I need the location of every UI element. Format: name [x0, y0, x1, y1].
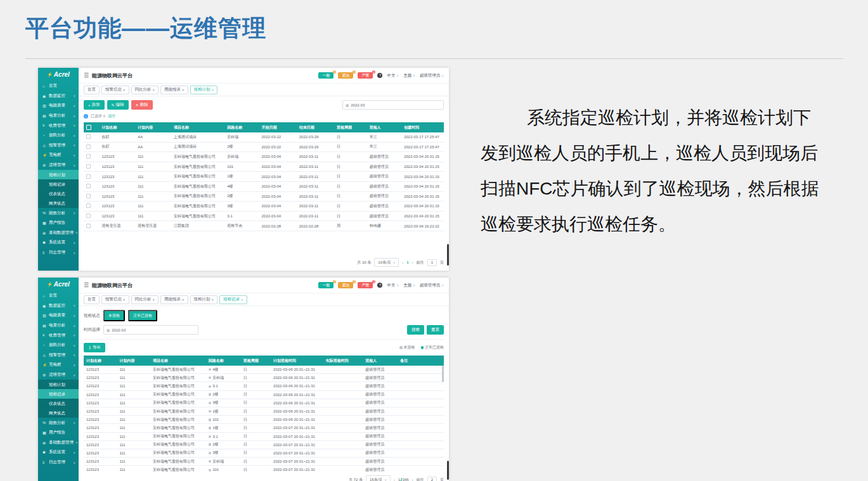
row-checkbox[interactable] — [86, 144, 91, 149]
sidebar-item-user-report[interactable]: ▦用户报告 — [38, 218, 79, 228]
sidebar-item-charging-pile[interactable]: ⚡充电桩∨ — [38, 360, 79, 370]
filter-inspected-button[interactable]: 正常已巡检 — [128, 310, 157, 321]
tab-报警信息[interactable]: 报警信息× — [101, 295, 129, 304]
alarm-badge-urgent[interactable]: 紧急0 — [338, 72, 353, 79]
scrollbar[interactable] — [447, 461, 449, 480]
sidebar-item-energy-analysis[interactable]: ▤电量分析∨ — [38, 321, 79, 331]
next-page-button[interactable]: › — [412, 478, 413, 481]
table-row[interactable]: 123123111安科瑞电气股份有限公司2楼日2022-03-07 20:31~… — [84, 440, 444, 449]
close-icon[interactable]: × — [212, 298, 214, 302]
next-page-button[interactable]: › — [412, 260, 413, 264]
month-picker[interactable]: ▦ 2022-03 — [342, 100, 444, 110]
user-dropdown[interactable]: 超级管理员∨ — [420, 73, 444, 79]
table-row[interactable]: 123123111安科瑞电气股份有限公司1楼日2022-03-07 20:31~… — [84, 424, 444, 432]
sidebar-subitem[interactable]: 巡检计划 — [38, 170, 79, 179]
goto-page-input[interactable]: 2 — [427, 477, 437, 481]
row-checkbox[interactable] — [86, 154, 91, 158]
search-button[interactable]: 搜索 — [407, 325, 424, 335]
sidebar-item-power-quality[interactable]: ▥电能质量∨ — [38, 311, 79, 321]
close-icon[interactable]: × — [241, 298, 243, 302]
theme-dropdown[interactable]: 主题∨ — [403, 73, 415, 79]
sidebar-subitem[interactable]: 仪表状态 — [38, 399, 79, 408]
user-dropdown[interactable]: 超级管理员∨ — [420, 283, 444, 288]
table-row[interactable]: 你好AA上海测试项目安科瑞2022-03-222022-03-29日常江2022… — [84, 132, 444, 142]
tab-用能报表[interactable]: 用能报表× — [160, 86, 188, 94]
table-row[interactable]: 123123111安科瑞电气股份有限公司4楼2022-03-042022-03-… — [84, 181, 444, 191]
sidebar-item-om-management[interactable]: ⚙运维管理∨ — [38, 370, 79, 380]
row-checkbox[interactable] — [86, 214, 91, 218]
table-row[interactable]: 123123111安科瑞电气股份有限公司3楼日2022-03-07 20:31~… — [84, 449, 444, 457]
table-row[interactable]: 123123111安科瑞电气股份有限公司安科瑞日2022-03-07 20:31… — [84, 458, 444, 466]
sidebar-subitem[interactable]: 仪表状态 — [38, 189, 79, 198]
reset-button[interactable]: 重置 — [427, 325, 444, 335]
sidebar-item-home[interactable]: ⌂首页 — [38, 81, 79, 91]
sidebar-item-charging-pile[interactable]: ⚡充电桩∨ — [38, 150, 79, 160]
sidebar-subitem[interactable]: 巡检记录 — [38, 389, 79, 399]
edit-button[interactable]: ✎编辑 — [107, 100, 129, 110]
page-number-5[interactable]: 5 — [406, 478, 408, 481]
sidebar-item-data-monitor[interactable]: ◉数据监控∨ — [38, 301, 79, 311]
table-row[interactable]: 123123111安科瑞电气股份有限公司3-1日2022-03-06 20:31… — [84, 382, 444, 390]
alarm-badge-severe[interactable]: 严重1 — [358, 282, 373, 288]
alarm-badge-urgent[interactable]: 紧急0 — [338, 282, 353, 288]
sidebar-item-system-settings[interactable]: ✱系统设置∨ — [38, 238, 79, 248]
sidebar-item-om-management[interactable]: ⚙运维管理∨ — [38, 160, 79, 170]
sidebar-subitem[interactable]: 网关状态 — [38, 198, 79, 208]
tab-巡检计划[interactable]: 巡检计划× — [190, 86, 218, 94]
sidebar-item-fee-management[interactable]: ¥收费管理∨ — [38, 120, 79, 131]
row-checkbox[interactable] — [86, 184, 91, 188]
goto-page-input[interactable]: 1 — [427, 259, 437, 266]
table-row[interactable]: 123123111安科瑞电气股份有限公司安科瑞2022-03-042022-03… — [84, 152, 444, 162]
sidebar-subitem[interactable]: 巡检记录 — [38, 179, 79, 189]
sidebar-item-power-quality[interactable]: ▥电能质量∨ — [38, 101, 79, 111]
table-row[interactable]: 123123111安科瑞电气股份有限公司3-12022-03-042022-03… — [84, 211, 444, 221]
table-row[interactable]: 123123111安科瑞电气股份有限公司2楼日2022-03-06 20:31~… — [84, 390, 444, 399]
alarm-badge-general[interactable]: 一般0 — [318, 282, 334, 288]
sidebar-item-efficiency-analysis[interactable]: %能效分析∨ — [38, 208, 79, 218]
hamburger-icon[interactable]: ☰ — [84, 72, 89, 79]
close-icon[interactable]: × — [123, 298, 126, 302]
close-icon[interactable]: × — [123, 88, 126, 92]
close-icon[interactable]: × — [212, 88, 214, 92]
row-checkbox[interactable] — [86, 203, 91, 208]
sidebar-item-alarm-management[interactable]: ⚠报警管理∨ — [38, 350, 79, 361]
close-icon[interactable]: × — [153, 298, 155, 302]
language-dropdown[interactable]: 中文∨ — [387, 283, 399, 288]
table-row[interactable]: 123123111安科瑞电气股份有限公司2楼2022-03-042022-03-… — [84, 191, 444, 202]
prev-page-button[interactable]: ‹ — [402, 260, 403, 264]
theme-dropdown[interactable]: 主题∨ — [403, 283, 415, 288]
alarm-badge-severe[interactable]: 严重1 — [358, 72, 373, 79]
export-button[interactable]: ↧导出 — [84, 343, 105, 352]
sidebar-item-fee-management[interactable]: ¥收费管理∨ — [38, 330, 79, 340]
close-icon[interactable]: × — [182, 88, 185, 92]
page-size-select[interactable]: 15条/页∨ — [366, 475, 391, 481]
hamburger-icon[interactable]: ☰ — [84, 282, 89, 288]
table-row[interactable]: 123123111安科瑞电气股份有限公司1012022-03-042022-03… — [84, 162, 444, 172]
row-checkbox[interactable] — [86, 174, 91, 179]
tab-同比分析[interactable]: 同比分析× — [131, 86, 159, 94]
sidebar-item-log-management[interactable]: ≡日志管理∨ — [38, 248, 79, 258]
month-picker[interactable]: ▦ 2022-03 — [103, 325, 198, 335]
sidebar-item-efficiency-analysis[interactable]: %能效分析∨ — [38, 418, 79, 428]
tab-同比分析[interactable]: 同比分析× — [131, 295, 159, 304]
table-row[interactable]: 123123111安科瑞电气股份有限公司101日2022-03-06 20:31… — [84, 416, 444, 424]
table-row[interactable]: 123123111安科瑞电气股份有限公司3楼2022-03-042022-03-… — [84, 202, 444, 212]
table-row[interactable]: 123123111安科瑞电气股份有限公司101日2022-03-07 20:31… — [84, 466, 444, 471]
tab-报警信息[interactable]: 报警信息× — [101, 86, 129, 94]
page-size-select[interactable]: 10条/页∨ — [374, 258, 399, 267]
close-icon[interactable]: × — [182, 298, 185, 302]
sidebar-item-loss-analysis[interactable]: ◔损耗分析∨ — [38, 340, 79, 350]
table-row[interactable]: 123123111安科瑞电气股份有限公司安科瑞日2022-03-06 20:31… — [84, 374, 444, 382]
scrollbar[interactable] — [447, 244, 449, 266]
tab-首页[interactable]: 首页 — [84, 295, 100, 304]
table-row[interactable]: 123123111安科瑞电气股份有限公司1楼日2022-03-06 20:31~… — [84, 407, 444, 415]
row-checkbox[interactable] — [86, 194, 91, 198]
sidebar-item-log-management[interactable]: ≡日志管理∨ — [38, 458, 79, 468]
sidebar-item-base-data[interactable]: ⊞基础数据管理∨ — [38, 228, 79, 238]
table-row[interactable]: 巡检变压器巡检变压器江阴集团巡检节点2022-02-282022-02-28周韩… — [84, 221, 444, 231]
sidebar-subitem[interactable]: 巡检计划 — [38, 380, 79, 389]
row-checkbox[interactable] — [86, 134, 91, 139]
sidebar-item-system-settings[interactable]: ✱系统设置∨ — [38, 447, 79, 458]
sidebar-item-user-report[interactable]: ▦用户报告 — [38, 428, 79, 438]
clear-selection-link[interactable]: 清空 — [108, 113, 115, 119]
